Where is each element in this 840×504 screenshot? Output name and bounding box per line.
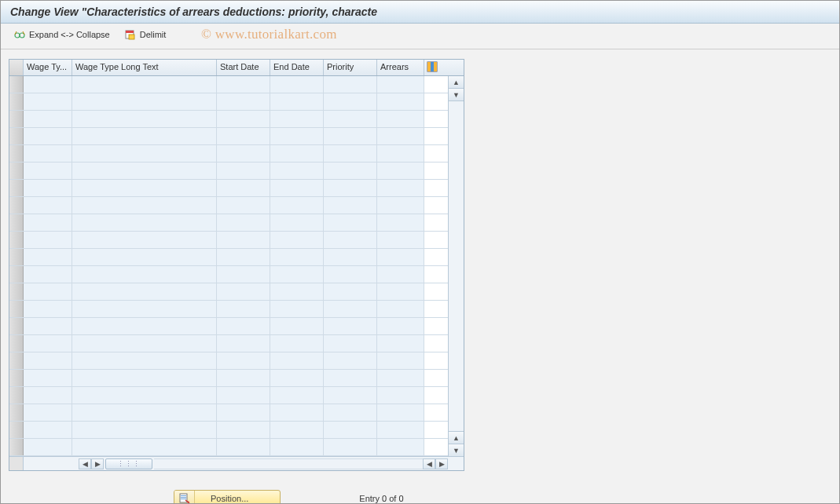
hscroll-thumb[interactable]: ⋮⋮⋮ <box>105 458 152 469</box>
cell-long-text[interactable] <box>72 197 217 214</box>
cell-wage-type[interactable] <box>24 232 72 248</box>
table-row[interactable] <box>9 93 464 111</box>
column-priority[interactable]: Priority <box>324 60 377 75</box>
cell-end-date[interactable] <box>270 318 324 334</box>
scroll-right-icon[interactable]: ▶ <box>435 458 448 469</box>
row-selector[interactable] <box>9 93 24 110</box>
cell-wage-type[interactable] <box>24 180 72 196</box>
row-selector[interactable] <box>9 214 24 231</box>
cell-priority[interactable] <box>324 214 377 231</box>
cell-arrears[interactable] <box>377 128 424 144</box>
cell-arrears[interactable] <box>377 76 424 93</box>
table-row[interactable] <box>9 180 464 197</box>
cell-start-date[interactable] <box>217 422 270 438</box>
cell-long-text[interactable] <box>72 214 217 231</box>
cell-priority[interactable] <box>324 197 377 214</box>
row-selector[interactable] <box>9 76 24 93</box>
scroll-track[interactable] <box>449 101 464 431</box>
cell-priority[interactable] <box>324 180 377 196</box>
table-config-button[interactable] <box>424 60 440 75</box>
cell-end-date[interactable] <box>270 387 324 404</box>
cell-arrears[interactable] <box>377 180 424 196</box>
cell-wage-type[interactable] <box>24 439 72 455</box>
scroll-left-icon[interactable]: ◀ <box>79 458 91 469</box>
row-selector[interactable] <box>9 249 24 265</box>
row-selector[interactable] <box>9 283 24 300</box>
cell-arrears[interactable] <box>377 439 424 455</box>
cell-priority[interactable] <box>324 422 377 438</box>
cell-start-date[interactable] <box>217 111 270 127</box>
scroll-up-icon[interactable]: ▲ <box>449 76 464 89</box>
cell-long-text[interactable] <box>72 128 217 144</box>
table-row[interactable] <box>9 163 464 180</box>
cell-priority[interactable] <box>324 266 377 283</box>
table-row[interactable] <box>9 128 464 145</box>
cell-long-text[interactable] <box>72 163 217 179</box>
row-selector[interactable] <box>9 180 24 196</box>
cell-start-date[interactable] <box>217 93 270 110</box>
table-row[interactable] <box>9 111 464 128</box>
cell-end-date[interactable] <box>270 197 324 214</box>
table-row[interactable] <box>9 404 464 422</box>
cell-start-date[interactable] <box>217 301 270 317</box>
cell-end-date[interactable] <box>270 266 324 283</box>
cell-priority[interactable] <box>324 145 377 162</box>
cell-long-text[interactable] <box>72 283 217 300</box>
cell-priority[interactable] <box>324 301 377 317</box>
cell-end-date[interactable] <box>270 145 324 162</box>
cell-arrears[interactable] <box>377 318 424 334</box>
column-wage-type-long-text[interactable]: Wage Type Long Text <box>72 60 217 75</box>
row-selector[interactable] <box>9 422 24 438</box>
cell-long-text[interactable] <box>72 370 217 386</box>
cell-priority[interactable] <box>324 335 377 352</box>
cell-priority[interactable] <box>324 404 377 421</box>
cell-wage-type[interactable] <box>24 422 72 438</box>
cell-wage-type[interactable] <box>24 111 72 127</box>
cell-long-text[interactable] <box>72 145 217 162</box>
cell-long-text[interactable] <box>72 76 217 93</box>
row-selector[interactable] <box>9 352 24 369</box>
cell-arrears[interactable] <box>377 232 424 248</box>
cell-wage-type[interactable] <box>24 197 72 214</box>
cell-end-date[interactable] <box>270 422 324 438</box>
row-selector[interactable] <box>9 439 24 455</box>
cell-start-date[interactable] <box>217 163 270 179</box>
horizontal-scrollbar[interactable]: ◀ ▶ ⋮⋮⋮ ◀ ▶ <box>9 456 464 470</box>
cell-long-text[interactable] <box>72 318 217 334</box>
cell-wage-type[interactable] <box>24 387 72 404</box>
cell-long-text[interactable] <box>72 93 217 110</box>
cell-end-date[interactable] <box>270 128 324 144</box>
cell-long-text[interactable] <box>72 335 217 352</box>
cell-long-text[interactable] <box>72 404 217 421</box>
cell-arrears[interactable] <box>377 145 424 162</box>
cell-end-date[interactable] <box>270 214 324 231</box>
cell-wage-type[interactable] <box>24 318 72 334</box>
row-selector[interactable] <box>9 318 24 334</box>
cell-end-date[interactable] <box>270 249 324 265</box>
cell-arrears[interactable] <box>377 214 424 231</box>
cell-start-date[interactable] <box>217 352 270 369</box>
table-row[interactable] <box>9 76 464 93</box>
row-selector[interactable] <box>9 232 24 248</box>
scroll-up-step-icon[interactable]: ▼ <box>449 89 464 101</box>
table-row[interactable] <box>9 266 464 283</box>
cell-start-date[interactable] <box>217 214 270 231</box>
table-row[interactable] <box>9 370 464 387</box>
cell-priority[interactable] <box>324 76 377 93</box>
table-row[interactable] <box>9 197 464 214</box>
cell-long-text[interactable] <box>72 352 217 369</box>
cell-end-date[interactable] <box>270 439 324 455</box>
cell-priority[interactable] <box>324 249 377 265</box>
column-arrears[interactable]: Arrears <box>377 60 424 75</box>
vertical-scrollbar[interactable]: ▲ ▼ ▲ ▼ <box>448 76 464 456</box>
cell-end-date[interactable] <box>270 301 324 317</box>
cell-wage-type[interactable] <box>24 214 72 231</box>
cell-wage-type[interactable] <box>24 266 72 283</box>
row-selector[interactable] <box>9 266 24 283</box>
cell-end-date[interactable] <box>270 163 324 179</box>
cell-priority[interactable] <box>324 352 377 369</box>
cell-arrears[interactable] <box>377 352 424 369</box>
cell-start-date[interactable] <box>217 387 270 404</box>
column-start-date[interactable]: Start Date <box>217 60 270 75</box>
table-row[interactable] <box>9 214 464 232</box>
